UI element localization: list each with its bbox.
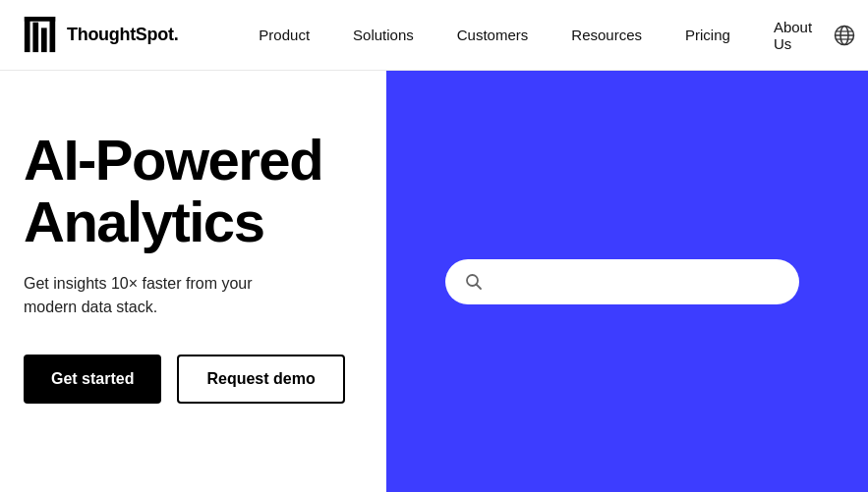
- globe-icon[interactable]: [834, 25, 855, 46]
- nav-item-product[interactable]: Product: [237, 27, 331, 43]
- nav-item-pricing[interactable]: Pricing: [664, 27, 752, 43]
- svg-rect-3: [50, 17, 56, 52]
- nav-item-solutions[interactable]: Solutions: [331, 27, 435, 43]
- hero-right: [386, 71, 868, 492]
- hero-left: AI-Powered Analytics Get insights 10× fa…: [0, 71, 413, 492]
- search-icon: [465, 273, 483, 291]
- logo-icon: [24, 17, 57, 54]
- hero-title: AI-Powered Analytics: [24, 130, 389, 252]
- hero-subtitle: Get insights 10× faster from yourmodern …: [24, 272, 389, 319]
- navbar: ThoughtSpot. Product Solutions Customers…: [0, 0, 868, 71]
- hero-title-line2: Analytics: [24, 190, 263, 253]
- svg-rect-2: [41, 27, 47, 52]
- hero-buttons: Get started Request demo: [24, 355, 389, 404]
- svg-rect-0: [25, 17, 30, 52]
- logo-text: ThoughtSpot.: [67, 25, 178, 45]
- nav-item-about-us[interactable]: About Us: [752, 19, 834, 52]
- get-started-button[interactable]: Get started: [24, 355, 161, 404]
- nav-item-customers[interactable]: Customers: [435, 27, 550, 43]
- svg-rect-1: [32, 22, 38, 51]
- svg-line-11: [477, 284, 482, 289]
- hero-section: AI-Powered Analytics Get insights 10× fa…: [0, 71, 868, 492]
- search-bar: [445, 259, 799, 304]
- nav-item-resources[interactable]: Resources: [550, 27, 664, 43]
- search-input[interactable]: [492, 271, 780, 293]
- nav-links: Product Solutions Customers Resources Pr…: [237, 19, 834, 52]
- hero-title-line1: AI-Powered: [24, 128, 322, 191]
- request-demo-button[interactable]: Request demo: [177, 355, 344, 404]
- nav-end: [834, 25, 855, 46]
- logo[interactable]: ThoughtSpot.: [24, 17, 178, 54]
- svg-rect-4: [25, 17, 55, 22]
